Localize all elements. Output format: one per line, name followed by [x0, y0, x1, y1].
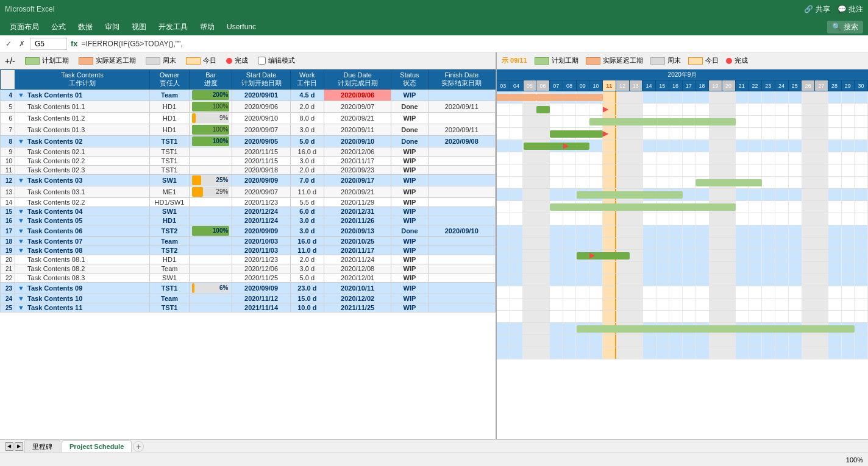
- task-name-cell[interactable]: ▼ Task Contents 09: [15, 283, 150, 294]
- bar-cell: 100%: [190, 225, 232, 237]
- row-number: 18: [1, 237, 15, 246]
- scroll-right[interactable]: ▶: [15, 442, 23, 451]
- menu-item-data[interactable]: 数据: [73, 19, 98, 35]
- legend-plus[interactable]: +/-: [5, 56, 15, 66]
- sheet-tab-milestone[interactable]: 里程碑: [24, 440, 60, 453]
- expand-button[interactable]: ▼: [18, 227, 26, 235]
- menu-item-userfunc[interactable]: Userfunc: [222, 20, 261, 34]
- right-legend: 示 09/11 计划工期 实际延迟工期 周末 今日: [497, 52, 868, 69]
- task-name-cell[interactable]: ▼ Task Contents 08: [15, 246, 150, 255]
- menu-item-view[interactable]: 视图: [127, 19, 151, 35]
- expand-button[interactable]: ▼: [18, 217, 26, 224]
- gantt-cell: [550, 104, 563, 115]
- gantt-cell: [603, 225, 617, 237]
- expand-button[interactable]: ▼: [18, 138, 26, 145]
- status-cell: WIP: [391, 198, 428, 207]
- task-name-cell[interactable]: Task Contents 03.1: [15, 186, 150, 198]
- gantt-date-07: 07: [550, 80, 563, 91]
- menu-item-dev[interactable]: 开发工具: [154, 19, 193, 35]
- formula-check[interactable]: ✓: [4, 40, 13, 48]
- expand-button[interactable]: ▼: [18, 91, 26, 99]
- formula-content[interactable]: =IFERROR(IF(G5>TODAY(),"",: [82, 40, 864, 48]
- gantt-cell: [828, 177, 842, 188]
- task-name-cell[interactable]: Task Contents 02.1: [15, 147, 150, 157]
- sheet-tab-project-schedule[interactable]: Project Schedule: [62, 440, 132, 452]
- search-box[interactable]: 🔍 搜索: [827, 21, 863, 34]
- due-date-cell: 2020/12/01: [324, 274, 391, 283]
- gantt-cell: [775, 347, 789, 359]
- right-legend-plan-label: 计划工期: [552, 56, 578, 65]
- expand-button[interactable]: ▼: [18, 247, 26, 254]
- status-cell: WIP: [391, 283, 428, 294]
- gantt-cell: [789, 311, 802, 322]
- gantt-cell: [789, 213, 802, 225]
- scroll-left[interactable]: ◀: [5, 442, 13, 451]
- gantt-cell: [749, 298, 763, 310]
- gantt-bar-done: [577, 252, 630, 259]
- edit-mode-checkbox[interactable]: [258, 57, 266, 65]
- expand-button[interactable]: ▼: [18, 284, 26, 292]
- share-button[interactable]: 🔗 共享: [804, 4, 830, 15]
- table-wrapper[interactable]: Task Contents 工作计划 Owner 责任人 Bar 进度: [0, 69, 496, 439]
- task-name-cell[interactable]: ▼ Task Contents 07: [15, 237, 150, 246]
- task-name-cell[interactable]: ▼ Task Contents 06: [15, 225, 150, 237]
- cell-reference[interactable]: G5: [30, 38, 67, 50]
- status-cell: WIP: [391, 216, 428, 225]
- expand-button[interactable]: ▼: [18, 238, 26, 245]
- task-name-cell[interactable]: ▼ Task Contents 01: [15, 90, 150, 101]
- menu-item-help[interactable]: 帮助: [195, 19, 219, 35]
- gantt-cell: [696, 189, 710, 200]
- expand-button[interactable]: ▼: [18, 295, 26, 302]
- owner-cell: HD1: [149, 113, 189, 124]
- add-sheet-button[interactable]: +: [133, 441, 144, 452]
- gantt-cell: [749, 152, 763, 164]
- menu-item-review[interactable]: 审阅: [100, 19, 124, 35]
- gantt-cell: [536, 274, 550, 286]
- formula-cross[interactable]: ✗: [17, 40, 27, 48]
- gantt-cell: [523, 128, 536, 139]
- bar-label: 200%: [213, 90, 229, 100]
- gantt-cell: [802, 189, 816, 200]
- expand-button[interactable]: ▼: [18, 304, 26, 311]
- task-name-cell[interactable]: Task Contents 08.1: [15, 255, 150, 264]
- gantt-cell: [497, 347, 510, 359]
- task-name-cell[interactable]: Task Contents 01.2: [15, 113, 150, 124]
- menu-item-formula[interactable]: 公式: [46, 19, 71, 35]
- task-name-cell[interactable]: Task Contents 08.3: [15, 274, 150, 283]
- task-name-cell[interactable]: Task Contents 01.1: [15, 101, 150, 113]
- gantt-month-label: 2020年9月: [668, 71, 697, 79]
- right-legend-weekend: 周末: [650, 56, 681, 65]
- menu-item-layout[interactable]: 页面布局: [5, 19, 44, 35]
- finish-date-cell: [428, 283, 495, 294]
- owner-cell: TST1: [149, 147, 189, 157]
- gantt-date-15: 15: [656, 80, 669, 91]
- right-legend-done-label: 完成: [735, 56, 748, 65]
- gantt-row: [497, 323, 868, 335]
- gantt-cell: [842, 250, 855, 261]
- task-name-cell[interactable]: Task Contents 02.2: [15, 157, 150, 166]
- owner-cell: ME1: [149, 186, 189, 198]
- gantt-cell: [643, 262, 656, 274]
- task-name-cell[interactable]: ▼ Task Contents 04: [15, 207, 150, 216]
- gantt-cell: [616, 274, 630, 286]
- comment-button[interactable]: 💬 批注: [838, 4, 863, 15]
- fx-button[interactable]: fx: [71, 39, 78, 48]
- task-name-cell[interactable]: ▼ Task Contents 11: [15, 303, 150, 312]
- expand-button[interactable]: ▼: [18, 208, 26, 215]
- gantt-cell: [762, 201, 775, 213]
- gantt-date-05: 05: [524, 80, 537, 91]
- expand-button[interactable]: ▼: [18, 177, 26, 184]
- task-name-cell[interactable]: Task Contents 08.2: [15, 264, 150, 274]
- gantt-rows[interactable]: ▶▶▶▶: [497, 91, 868, 439]
- task-name-cell[interactable]: ▼ Task Contents 02: [15, 136, 150, 147]
- gantt-cell: [643, 152, 656, 164]
- owner-cell: SW1: [149, 274, 189, 283]
- gantt-row: [497, 238, 868, 250]
- gantt-cell: [563, 335, 577, 347]
- task-name-cell[interactable]: ▼ Task Contents 10: [15, 294, 150, 303]
- task-name-cell[interactable]: Task Contents 02.2: [15, 198, 150, 207]
- task-name-cell[interactable]: ▼ Task Contents 03: [15, 175, 150, 186]
- task-name-cell[interactable]: Task Contents 01.3: [15, 124, 150, 136]
- task-name-cell[interactable]: ▼ Task Contents 05: [15, 216, 150, 225]
- task-name-cell[interactable]: Task Contents 02.3: [15, 166, 150, 175]
